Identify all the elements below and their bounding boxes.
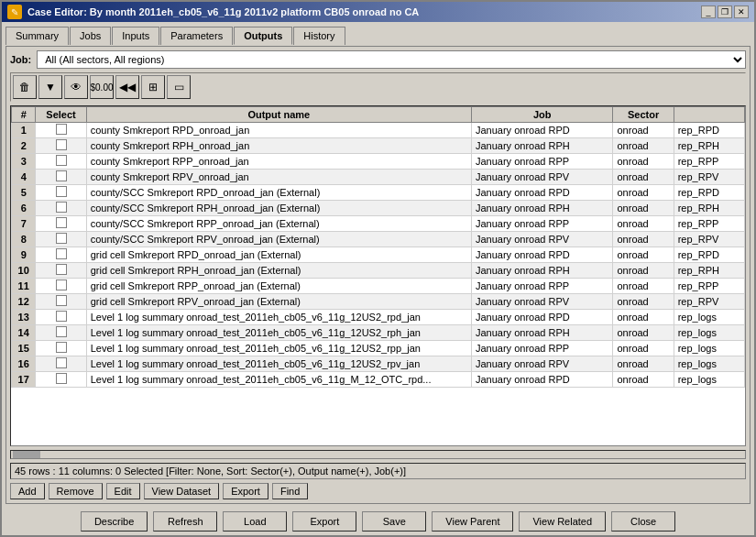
row-sector: onroad [613, 123, 674, 138]
view-related-button[interactable]: View Related [519, 511, 606, 532]
row-checkbox[interactable] [56, 124, 67, 135]
row-select-cell[interactable] [36, 216, 86, 232]
row-checkbox[interactable] [56, 248, 67, 259]
row-checkbox[interactable] [56, 373, 67, 384]
outputs-table-container[interactable]: # Select Output name Job Sector 1 county… [10, 105, 746, 446]
row-sector: onroad [613, 154, 674, 170]
row-checkbox[interactable] [56, 342, 67, 353]
minimize-button[interactable]: _ [701, 5, 716, 18]
tab-parameters[interactable]: Parameters [160, 27, 233, 45]
row-job: January onroad RPD [471, 310, 613, 325]
describe-button[interactable]: Describe [81, 511, 148, 532]
view-dataset-button[interactable]: View Dataset [144, 483, 220, 499]
row-checkbox[interactable] [56, 217, 67, 228]
delete-tool-button[interactable]: 🗑 [13, 75, 37, 99]
edit-button[interactable]: Edit [106, 483, 140, 499]
row-select-cell[interactable] [36, 279, 86, 294]
col-header-select[interactable]: Select [36, 107, 86, 123]
row-checkbox[interactable] [56, 202, 67, 213]
row-sector: onroad [613, 138, 674, 154]
outputs-table: # Select Output name Job Sector 1 county… [11, 106, 745, 388]
row-select-cell[interactable] [36, 232, 86, 247]
row-select-cell[interactable] [36, 170, 86, 185]
col-header-output-name[interactable]: Output name [86, 107, 471, 123]
scroll-thumb[interactable] [13, 451, 40, 458]
bottom-button-bar: Describe Refresh Load Export Save View P… [2, 508, 754, 535]
add-button[interactable]: Add [10, 483, 45, 499]
col-header-sector[interactable]: Sector [613, 107, 674, 123]
table-row: 17 Level 1 log summary onroad_test_2011e… [12, 372, 745, 388]
row-output-name: county/SCC Smkreport RPH_onroad_jan (Ext… [86, 201, 471, 216]
row-select-cell[interactable] [36, 294, 86, 310]
columns-tool-button[interactable]: ▭ [167, 75, 191, 99]
row-checkbox[interactable] [56, 139, 67, 150]
row-checkbox[interactable] [56, 295, 67, 306]
refresh-button[interactable]: Refresh [153, 511, 217, 532]
save-button[interactable]: Save [362, 511, 426, 532]
row-select-cell[interactable] [36, 263, 86, 279]
cost-tool-button[interactable]: $0.00 [90, 75, 114, 99]
row-checkbox[interactable] [56, 170, 67, 181]
main-window: ✎ Case Editor: By month 2011eh_cb05_v6_1… [0, 0, 756, 537]
row-extra: rep_RPP [674, 216, 744, 232]
row-sector: onroad [613, 294, 674, 310]
title-bar: ✎ Case Editor: By month 2011eh_cb05_v6_1… [2, 2, 754, 22]
app-icon: ✎ [7, 5, 22, 19]
row-output-name: county Smkreport RPH_onroad_jan [86, 138, 471, 154]
row-output-name: grid cell Smkreport RPH_onroad_jan (Exte… [86, 263, 471, 279]
row-checkbox[interactable] [56, 264, 67, 275]
tab-inputs[interactable]: Inputs [112, 27, 159, 45]
grid-tool-button[interactable]: ⊞ [141, 75, 165, 99]
row-select-cell[interactable] [36, 325, 86, 341]
row-select-cell[interactable] [36, 372, 86, 388]
filter-tool-button[interactable]: ▼ [38, 75, 62, 99]
tab-jobs[interactable]: Jobs [70, 27, 111, 45]
job-dropdown[interactable]: All (All sectors, All regions) [37, 50, 746, 69]
row-checkbox[interactable] [56, 357, 67, 368]
row-checkbox[interactable] [56, 279, 67, 290]
row-sector: onroad [613, 325, 674, 341]
row-checkbox[interactable] [56, 186, 67, 197]
export-action-button[interactable]: Export [223, 483, 268, 499]
row-select-cell[interactable] [36, 138, 86, 154]
row-select-cell[interactable] [36, 310, 86, 325]
row-output-name: county/SCC Smkreport RPV_onroad_jan (Ext… [86, 232, 471, 247]
close-window-button[interactable]: ✕ [734, 5, 749, 18]
remove-button[interactable]: Remove [49, 483, 103, 499]
view-parent-button[interactable]: View Parent [432, 511, 513, 532]
row-job: January onroad RPD [471, 185, 613, 201]
output-toolbar: 🗑 ▼ 👁 $0.00 ◀◀ ⊞ ▭ [10, 72, 746, 102]
tab-summary[interactable]: Summary [5, 27, 69, 45]
tab-history[interactable]: History [293, 27, 345, 45]
horizontal-scrollbar[interactable] [10, 450, 746, 459]
view-tool-button[interactable]: 👁 [64, 75, 88, 99]
table-row: 13 Level 1 log summary onroad_test_2011e… [12, 310, 745, 325]
row-checkbox[interactable] [56, 233, 67, 244]
row-extra: rep_logs [674, 372, 744, 388]
row-select-cell[interactable] [36, 247, 86, 263]
row-select-cell[interactable] [36, 123, 86, 138]
row-output-name: Level 1 log summary onroad_test_2011eh_c… [86, 325, 471, 341]
rewind-tool-button[interactable]: ◀◀ [115, 75, 139, 99]
load-button[interactable]: Load [223, 511, 287, 532]
maximize-button[interactable]: ❐ [718, 5, 732, 18]
row-sector: onroad [613, 247, 674, 263]
table-row: 8 county/SCC Smkreport RPV_onroad_jan (E… [12, 232, 745, 247]
row-select-cell[interactable] [36, 154, 86, 170]
row-checkbox[interactable] [56, 155, 67, 166]
row-checkbox[interactable] [56, 326, 67, 337]
find-button[interactable]: Find [272, 483, 308, 499]
table-row: 15 Level 1 log summary onroad_test_2011e… [12, 341, 745, 356]
window-controls: _ ❐ ✕ [701, 5, 749, 18]
row-checkbox[interactable] [56, 311, 67, 322]
row-output-name: county Smkreport RPD_onroad_jan [86, 123, 471, 138]
row-select-cell[interactable] [36, 185, 86, 201]
table-row: 12 grid cell Smkreport RPV_onroad_jan (E… [12, 294, 745, 310]
export-bottom-button[interactable]: Export [292, 511, 356, 532]
tab-outputs[interactable]: Outputs [234, 27, 292, 45]
row-select-cell[interactable] [36, 201, 86, 216]
close-button[interactable]: Close [611, 511, 675, 532]
row-select-cell[interactable] [36, 341, 86, 356]
col-header-job[interactable]: Job [471, 107, 613, 123]
row-select-cell[interactable] [36, 356, 86, 372]
